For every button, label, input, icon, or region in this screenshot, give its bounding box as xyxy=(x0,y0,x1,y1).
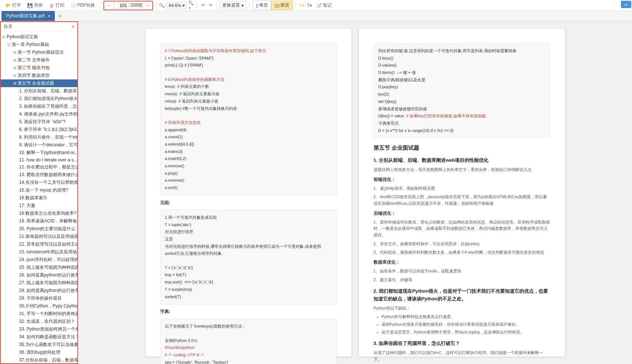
subheading: 字典: xyxy=(160,308,337,315)
tree-leaf[interactable]: 16.数据库索引 xyxy=(1,194,77,202)
view-mode-group: ▯单页 ▯▯双页 xyxy=(253,1,293,10)
tree-section[interactable]: ⊞第三节 模块与包 xyxy=(1,64,77,72)
tree-leaf[interactable]: 13. 爬取这些数据都用来做什么... xyxy=(1,171,77,179)
zoom-in-icon[interactable]: 🔍+ xyxy=(188,3,194,8)
question-title: 3. 如果你困在了死循环里，怎么打破它？ xyxy=(374,340,550,347)
question-title: 1. 分别从前端、后端、数据库阐述web项目的性能优化 xyxy=(374,157,550,164)
code-block: # 7.Python的列表的截取与字符串操作类型相同,如下所示 L = ['sp… xyxy=(160,43,337,196)
close-icon[interactable]: × xyxy=(72,24,74,29)
single-page-button[interactable]: ▯单页 xyxy=(253,1,271,10)
tree-leaf[interactable]: 2. 我们都知道现在Python很火... xyxy=(1,95,77,103)
tree-leaf[interactable]: 23. isinstance作用以及应用场... xyxy=(1,248,77,256)
tree-leaf[interactable]: 26. 如何提高python的运行效率... xyxy=(1,271,77,279)
open-button[interactable]: 📂打开 xyxy=(3,1,23,10)
subheading: 后端优化： xyxy=(374,210,550,217)
background-select[interactable]: 更换背景▾ xyxy=(220,1,246,10)
page-navigation: ← /205页 → xyxy=(103,1,153,10)
tree-section[interactable]: ⊞第一节 Python基础语法 xyxy=(1,49,77,56)
save-icon: 💾 xyxy=(27,3,33,8)
tree-leaf[interactable]: 35.为什么函数名字可以当做参... xyxy=(1,341,77,349)
code-block: 以下实例展示了 fromkeys()函数的使用方法： 实例(Python 2.0… xyxy=(160,319,337,364)
tree-leaf[interactable]: 1. 分别从前端、后端、数据库... xyxy=(1,87,77,95)
tree-leaf[interactable]: 30.介绍Cython，Pypy Cpython... xyxy=(1,302,77,310)
chevron-down-icon: ▾ xyxy=(183,3,185,8)
list-item: Python的可解释特征会拖累其运行速度。 xyxy=(382,314,550,320)
close-icon[interactable]: × xyxy=(47,13,50,19)
tree-leaf[interactable]: 25. 线上服务可能因为种种原因... xyxy=(1,264,77,271)
page-total-label: /205页 xyxy=(130,2,143,8)
paragraph: Python有以下缺陷： xyxy=(374,305,550,312)
tree-leaf[interactable]: 18.数据库怎么优化查询效率? xyxy=(1,210,77,217)
document-viewport[interactable]: # 7.Python的列表的截取与字符串操作类型相同,如下所示 L = ['sp… xyxy=(78,21,632,364)
tree-root[interactable]: ⊟Python面试宝典 xyxy=(1,33,77,41)
tree-leaf[interactable]: 17. 方案 xyxy=(1,202,77,210)
print-icon: 🖨 xyxy=(49,3,54,8)
list-item: 虽然Python在很多方面都性能良好，但在移动计算和浏览器方面表现不够好。 xyxy=(382,321,550,328)
tree-leaf[interactable]: 27. 线上服务可能因为种种原因... xyxy=(1,279,77,287)
subheading: 数据库优化： xyxy=(374,259,550,266)
tree-leaf[interactable]: 34. 如何判断是函数还是方法？... xyxy=(1,333,77,341)
tab-bar: Python面试宝典.pdf × + xyxy=(0,11,632,21)
code-block: 列出所有的键,值.注意得到的是一个可迭代对象,而不是列表.用的时候需要转换 D.… xyxy=(374,43,550,138)
tree-leaf[interactable]: 3. 如果你困在了死循环里，怎... xyxy=(1,103,77,110)
tree-leaf[interactable]: 24. json序列化时，可以处理的... xyxy=(1,256,77,264)
chevron-down-icon: ▾ xyxy=(241,3,244,8)
tree-leaf[interactable]: 31. 手写一个判断时间的装饰器... xyxy=(1,310,77,318)
paragraph: 2、建立索引、外键等 xyxy=(374,277,550,283)
tree-leaf[interactable]: 28. 如何提高python的运行效率... xyxy=(1,287,77,295)
tree-leaf[interactable]: 37.分别从前端，后端，数据库... xyxy=(1,356,77,363)
tree-leaf[interactable]: 15.说一下 mysql 的原理? xyxy=(1,186,77,194)
tree-leaf[interactable]: 10. 解释一下python的and-or... xyxy=(1,149,77,157)
pdf-icon: 📄 xyxy=(70,3,76,8)
tree-leaf[interactable]: 9. 请设计一个decorator，它可... xyxy=(1,141,77,149)
zoom-out-icon[interactable]: 🔍- xyxy=(159,3,165,8)
paragraph: 3、代码优化，避免循环和判断次数太多，如果多个if else判断，优先判断最有可… xyxy=(374,249,550,256)
print-button[interactable]: 🖨打印 xyxy=(46,1,67,10)
bullet-list: Python的可解释特征会拖累其运行速度。 虽然Python在很多方面都性能良好… xyxy=(374,314,550,335)
tree-leaf[interactable]: 29. 字符串的操作题目 xyxy=(1,295,77,302)
tree-leaf[interactable]: 11. how do I iterate over a s... xyxy=(1,157,77,163)
rotate-left-icon[interactable]: ↶ xyxy=(200,3,206,8)
tree-leaf[interactable]: 36. 遇到bug如何处理 xyxy=(1,349,77,356)
tree-leaf[interactable]: 21.装饰器的写法以及应用场景... xyxy=(1,233,77,240)
double-page-button[interactable]: ▯▯双页 xyxy=(271,1,293,10)
note-button[interactable]: 📝笔记 xyxy=(314,1,334,10)
tree-leaf[interactable]: 20. Python的主要功能是什么？... xyxy=(1,225,77,233)
outline-tree[interactable]: ⊟Python面试宝典 ⊟第一章 Python基础 ⊞第一节 Python基础语… xyxy=(1,32,77,363)
next-page-icon[interactable]: → xyxy=(144,3,150,8)
page-number-input[interactable] xyxy=(114,2,128,9)
add-tab-button[interactable]: + xyxy=(55,11,66,21)
tree-leaf[interactable]: 33. Python里面如何拷贝一个对... xyxy=(1,325,77,333)
tree-leaf[interactable]: 6. 将字符串 "k:1 |k1:2|k2:3|k3... xyxy=(1,126,77,133)
rotate-right-icon[interactable]: ↷ xyxy=(208,3,213,8)
code-block: 1.用一个可迭代对象生成元组 T = tuple('abc') 对元组进行排序 … xyxy=(160,210,337,304)
tree-section[interactable]: ⊞第二节 文件操作 xyxy=(1,56,77,64)
section-title: 第五节 企业面试题 xyxy=(374,143,550,152)
tree-chapter[interactable]: ⊟第一章 Python基础 xyxy=(1,41,77,49)
tree-section[interactable]: ⊞第四节 数据类型 xyxy=(1,72,77,79)
tree-leaf[interactable]: 19. 简单谈谈ACID，并解释每一... xyxy=(1,217,77,225)
tree-leaf[interactable]: 8. 利用切片操作，实现一个trim... xyxy=(1,133,77,141)
subheading: 前端优化： xyxy=(374,176,550,183)
tree-leaf[interactable]: 12. 你在爬虫过程中，都是怎么... xyxy=(1,163,77,171)
sidebar-title: 目录 xyxy=(4,24,13,30)
paragraph: 2、html和CSS放在页面上部，javascript放在页面下面，因为js加载… xyxy=(374,194,550,207)
page-right: 列出所有的键,值.注意得到的是一个可迭代对象,而不是列表.用的时候需要转换 D.… xyxy=(359,29,565,357)
page-left: # 7.Python的列表的截取与字符串操作类型相同,如下所示 L = ['sp… xyxy=(145,29,352,357)
prev-page-icon[interactable]: ← xyxy=(106,3,112,8)
tree-leaf[interactable]: 22. 异常处理写法以及如何主动... xyxy=(1,240,77,248)
highlight-icon[interactable]: ✎▾ xyxy=(299,3,305,8)
tree-leaf[interactable]: 5. 请反转字符串 "aStr"? xyxy=(1,118,77,126)
tab-title: Python面试宝典.pdf xyxy=(6,13,45,19)
pdf-convert-button[interactable]: 📄PDF转换 xyxy=(68,1,97,10)
tree-section-selected[interactable]: ⊟第五节 企业面试题 xyxy=(1,79,77,87)
document-tab[interactable]: Python面试宝典.pdf × xyxy=(1,11,55,21)
app-badge-icon[interactable]: ∞ xyxy=(621,1,631,8)
zoom-select[interactable]: 84.6%▾ xyxy=(167,2,187,9)
paragraph: 出现了这种问题时，我们可以按Ctrl+C，这样可以打断执行程序。我们创建一个死循… xyxy=(374,350,550,363)
tree-leaf[interactable]: 4. 请谈谈.pyc文件和.py文件的... xyxy=(1,110,77,118)
text-tool-icon[interactable]: T▾ xyxy=(306,3,312,8)
tree-leaf[interactable]: 32. 生成器，迭代器的区别？ xyxy=(1,318,77,325)
saveas-button[interactable]: 💾另存 xyxy=(25,1,45,10)
tree-leaf[interactable]: 14.有没有一个工具可以帮助查... xyxy=(1,179,77,186)
